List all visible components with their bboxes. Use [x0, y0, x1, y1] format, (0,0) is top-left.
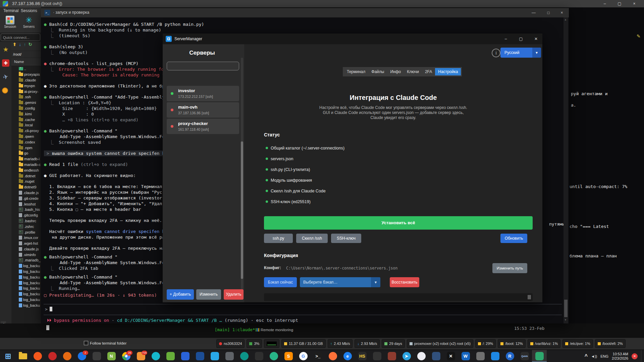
file-row[interactable]: .dotnet	[11, 173, 41, 179]
refresh-button[interactable]: Обновить	[500, 234, 527, 243]
quick-share-icon[interactable]: Quick	[517, 350, 532, 362]
quick-connect-input[interactable]: Quick connect...	[1, 34, 40, 41]
session-button[interactable]: Session	[1, 15, 19, 32]
file-row[interactable]: log_backu	[11, 280, 41, 286]
firefox-2-icon[interactable]	[325, 350, 340, 362]
file-row[interactable]: log_backu	[11, 297, 41, 303]
file-row[interactable]: .claude	[11, 77, 41, 83]
upload-icon[interactable]: ↑	[24, 42, 26, 47]
terminal-minimize-button[interactable]: —	[528, 9, 539, 16]
hs-app-icon[interactable]: HS	[355, 350, 370, 362]
file-row[interactable]: proxyapis	[11, 72, 41, 77]
change-path-button[interactable]: Изменить путь	[492, 263, 527, 273]
sm-minimize-button[interactable]: –	[500, 35, 512, 43]
file-row[interactable]: .config	[11, 106, 41, 111]
chrome-profile-1-icon[interactable]: 2	[74, 350, 89, 362]
audio-app-icon[interactable]	[473, 350, 488, 362]
tray-clock[interactable]: 10:53 AM 2/23/2026	[612, 352, 628, 361]
file-row[interactable]: .qwen	[11, 134, 41, 139]
speaker-icon[interactable]: ◄))	[591, 354, 597, 358]
tab-файлы[interactable]: Файлы	[368, 68, 387, 75]
edit-server-button[interactable]: Изменить	[196, 289, 221, 300]
file-row[interactable]: myvpn	[11, 83, 41, 88]
file-row[interactable]: log_backu	[11, 302, 41, 308]
scrollbar-thumb[interactable]	[528, 295, 531, 299]
refresh-icon[interactable]: ↻	[29, 42, 32, 47]
file-row[interactable]: .kimi	[11, 111, 41, 117]
file-row[interactable]: log_backu	[11, 274, 41, 280]
x-app-icon[interactable]: ✕	[443, 350, 458, 362]
dark-app-2-icon[interactable]	[252, 350, 266, 362]
server-list-scrollbar[interactable]	[241, 58, 243, 297]
terminal-scrollbar[interactable]: ▲ ▼	[564, 17, 568, 323]
file-row[interactable]: .bash_his	[11, 207, 41, 213]
tab-терминал[interactable]: Терминал	[344, 68, 368, 75]
scrollbar-thumb[interactable]	[241, 141, 243, 279]
terminal-close-button[interactable]: ×	[556, 9, 568, 16]
file-row[interactable]: mariadb-c	[11, 162, 41, 168]
follow-terminal-folder-checkbox[interactable]: Follow terminal folder	[84, 341, 126, 345]
file-row[interactable]: endlessh	[11, 167, 41, 173]
file-row[interactable]: .claude.js	[11, 190, 41, 196]
file-row[interactable]: .profile	[11, 229, 41, 235]
file-row[interactable]: .viminfo	[11, 252, 41, 257]
tab-ключи[interactable]: Ключи	[404, 68, 422, 75]
file-row[interactable]: .bashrc	[11, 218, 41, 224]
file-row[interactable]: .mariadb_	[11, 257, 41, 263]
tab-2fa[interactable]: 2FA	[422, 68, 435, 75]
path-bar[interactable]: /root/	[11, 51, 41, 58]
component-button[interactable]: Скилл /ssh	[296, 234, 328, 243]
scroll-up-icon[interactable]: ▲	[564, 18, 567, 21]
file-row[interactable]: .cli-proxy	[11, 128, 41, 134]
gray-app-icon[interactable]	[222, 350, 237, 362]
file-row[interactable]: .cache	[11, 117, 41, 122]
file-row[interactable]: ai-proxy-	[11, 88, 41, 94]
tab-инфо[interactable]: Инфо	[387, 68, 404, 75]
mint-app-icon[interactable]	[266, 350, 281, 362]
component-button[interactable]: ssh.py	[264, 234, 293, 243]
tray-expand-icon[interactable]: ^	[585, 353, 588, 359]
edge-icon[interactable]: e	[340, 350, 355, 362]
edit-icon[interactable]: ✎	[637, 34, 641, 39]
file-row[interactable]: dotnet9	[11, 184, 41, 190]
info-button[interactable]: i	[492, 49, 500, 57]
file-row[interactable]: .tmux.cor	[11, 235, 41, 241]
vscode-icon[interactable]	[207, 350, 222, 362]
terminal-maximize-button[interactable]: □	[543, 9, 554, 16]
tools-icon[interactable]: ✚	[2, 59, 9, 67]
white-app-icon[interactable]	[414, 350, 429, 362]
green-editor-icon[interactable]	[163, 350, 178, 362]
telegram-icon[interactable]: ➤	[399, 350, 414, 362]
file-row[interactable]: log_backu	[11, 269, 41, 275]
menu-sessions[interactable]: Sessions	[21, 8, 37, 13]
prompt-input[interactable]: >	[45, 306, 52, 312]
file-row[interactable]: .gemini	[11, 100, 41, 106]
file-row[interactable]: log_backu	[11, 286, 41, 291]
backup-select[interactable]: Выберите бэкап… ▾	[300, 277, 380, 287]
backup-now-button[interactable]: Бэкап сейчас	[264, 277, 297, 287]
show-desktop-button[interactable]	[641, 350, 643, 362]
sm-maximize-button[interactable]: ▢	[515, 35, 527, 43]
macros-icon[interactable]: ✈	[1, 73, 10, 82]
file-row[interactable]: .zshrc	[11, 224, 41, 229]
tab-настройка[interactable]: Настройка	[435, 68, 461, 75]
server-item[interactable]: main-ovh37.187.136.86 [ssh]	[167, 102, 239, 118]
cyan-app-icon[interactable]	[148, 350, 163, 362]
file-row[interactable]: go	[11, 150, 41, 156]
teal-app-icon[interactable]	[237, 350, 252, 362]
chrome-icon[interactable]: 26	[119, 350, 133, 362]
server-item[interactable]: proxy-checker161.97.118.40 [ssh]	[167, 119, 239, 134]
sublime-text-icon[interactable]: S	[281, 350, 296, 362]
file-row[interactable]: .npm	[11, 145, 41, 150]
file-row[interactable]: .codex	[11, 139, 41, 145]
sm-close-button[interactable]: ✕	[530, 35, 542, 43]
scrollbar-thumb[interactable]	[564, 300, 568, 317]
language-select[interactable]: Русский ▾	[500, 48, 541, 58]
server-search-input[interactable]	[167, 62, 239, 70]
file-row[interactable]: .ssh	[11, 94, 41, 100]
rstudio-icon[interactable]: R	[502, 350, 517, 362]
dark-app-3-icon[interactable]	[370, 350, 384, 362]
close-button[interactable]: ×	[629, 1, 639, 7]
network-globe-icon[interactable]	[2, 87, 8, 94]
minimize-button[interactable]: –	[600, 1, 610, 7]
